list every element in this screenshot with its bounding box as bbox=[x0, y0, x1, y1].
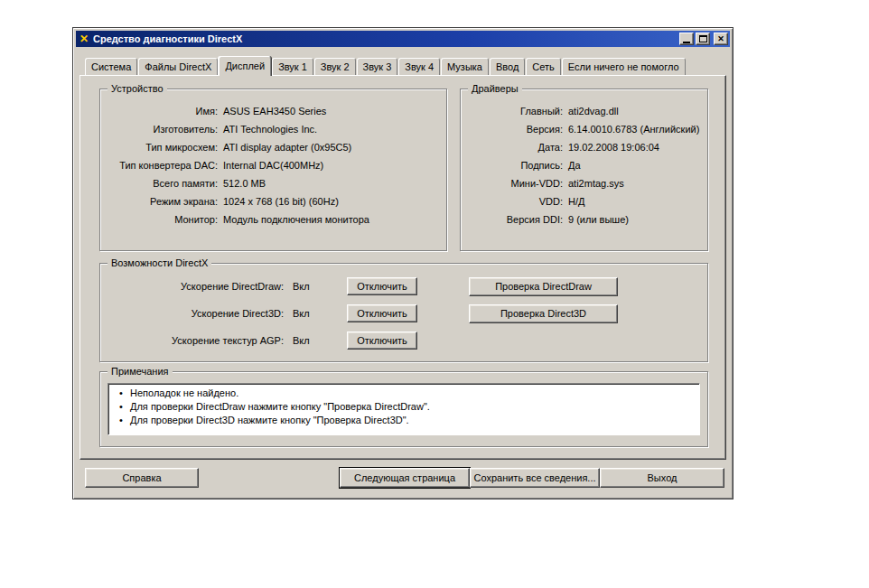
disable-direct3d-button[interactable]: Отключить bbox=[347, 304, 417, 322]
bullet-icon: • bbox=[112, 387, 130, 400]
field-label: Главный: bbox=[468, 106, 563, 117]
feature-row-agp-texture: Ускорение текстур AGP: Вкл Отключить bbox=[107, 327, 700, 354]
feature-status: Вкл bbox=[284, 308, 347, 319]
device-row-dac-type: Тип конвертера DAC: Internal DAC(400MHz) bbox=[107, 156, 439, 174]
notes-list[interactable]: • Неполадок не найдено. • Для проверки D… bbox=[107, 383, 700, 435]
note-item: • Для проверки Direct3D нажмите кнопку "… bbox=[112, 414, 696, 427]
exit-button[interactable]: Выход bbox=[600, 468, 724, 488]
device-row-display-mode: Режим экрана: 1024 x 768 (16 bit) (60Hz) bbox=[107, 192, 439, 210]
window-title: Средство диагностики DirectX bbox=[93, 33, 677, 44]
drivers-group: Драйверы Главный: ati2dvag.dll Версия: 6… bbox=[460, 89, 708, 251]
feature-status: Вкл bbox=[284, 335, 347, 346]
minimize-icon bbox=[683, 42, 690, 43]
tab-sound-2[interactable]: Звук 2 bbox=[314, 58, 356, 75]
feature-row-direct3d: Ускорение Direct3D: Вкл Отключить Провер… bbox=[107, 300, 700, 327]
disable-agp-texture-button[interactable]: Отключить bbox=[347, 331, 417, 350]
field-value: ati2mtag.sys bbox=[568, 178, 624, 189]
feature-label: Ускорение текстур AGP: bbox=[107, 335, 284, 346]
tab-display[interactable]: Дисплей bbox=[219, 56, 271, 76]
tab-sound-3[interactable]: Звук 3 bbox=[357, 58, 398, 75]
field-value: 1024 x 768 (16 bit) (60Hz) bbox=[223, 196, 339, 207]
driver-row-date: Дата: 19.02.2008 19:06:04 bbox=[468, 138, 700, 156]
close-icon: ✕ bbox=[717, 34, 724, 43]
field-value: Internal DAC(400MHz) bbox=[223, 160, 323, 171]
field-value: ASUS EAH3450 Series bbox=[223, 106, 326, 117]
device-row-manufacturer: Изготовитель: ATI Technologies Inc. bbox=[107, 120, 439, 138]
device-row-chip-type: Тип микросхем: ATI display adapter (0x95… bbox=[107, 138, 439, 156]
tab-system[interactable]: Система bbox=[85, 58, 137, 75]
device-group: Устройство Имя: ASUS EAH3450 Series Изго… bbox=[99, 89, 447, 251]
tab-sound-4[interactable]: Звук 4 bbox=[398, 58, 440, 75]
field-label: Подпись: bbox=[468, 160, 563, 171]
notes-group: Примечания • Неполадок не найдено. • Для… bbox=[99, 371, 708, 447]
help-button[interactable]: Справка bbox=[85, 468, 199, 488]
note-text: Для проверки DirectDraw нажмите кнопку "… bbox=[130, 400, 430, 414]
feature-row-directdraw: Ускорение DirectDraw: Вкл Отключить Пров… bbox=[107, 273, 700, 300]
field-value: ati2dvag.dll bbox=[568, 106, 619, 117]
note-text: Неполадок не найдено. bbox=[130, 387, 238, 400]
device-group-title: Устройство bbox=[107, 82, 167, 95]
dialog-footer: Справка Следующая страница Сохранить все… bbox=[85, 468, 724, 488]
close-button[interactable]: ✕ bbox=[714, 33, 728, 45]
bullet-icon: • bbox=[112, 414, 130, 427]
notes-group-title: Примечания bbox=[107, 365, 173, 378]
field-label: Монитор: bbox=[107, 214, 218, 225]
driver-row-version: Версия: 6.14.0010.6783 (Английский) bbox=[468, 120, 700, 138]
feature-label: Ускорение Direct3D: bbox=[107, 308, 284, 319]
field-value: ATI Technologies Inc. bbox=[223, 124, 317, 135]
device-row-monitor: Монитор: Модуль подключения монитора bbox=[107, 210, 439, 229]
driver-row-ddi-version: Версия DDI: 9 (или выше) bbox=[468, 210, 700, 229]
field-label: Режим экрана: bbox=[107, 196, 218, 207]
field-value: 6.14.0010.6783 (Английский) bbox=[568, 124, 699, 135]
title-bar[interactable]: ✕ Средство диагностики DirectX ✕ bbox=[76, 31, 730, 47]
tab-more-help[interactable]: Если ничего не помогло bbox=[562, 58, 686, 75]
directx-features-group: Возможности DirectX Ускорение DirectDraw… bbox=[99, 263, 708, 362]
field-value: 19.02.2008 19:06:04 bbox=[568, 142, 659, 153]
display-tab-panel: Устройство Имя: ASUS EAH3450 Series Изго… bbox=[79, 75, 726, 460]
maximize-button[interactable] bbox=[696, 33, 710, 45]
field-value: Модуль подключения монитора bbox=[223, 214, 369, 225]
next-page-button[interactable]: Следующая страница bbox=[340, 468, 470, 488]
dxdiag-window: ✕ Средство диагностики DirectX ✕ Система… bbox=[72, 27, 734, 499]
device-row-name: Имя: ASUS EAH3450 Series bbox=[107, 102, 439, 120]
field-value: 9 (или выше) bbox=[568, 214, 629, 225]
features-group-title: Возможности DirectX bbox=[107, 257, 211, 269]
test-directdraw-button[interactable]: Проверка DirectDraw bbox=[469, 277, 618, 296]
field-label: Версия: bbox=[468, 124, 563, 135]
tab-music[interactable]: Музыка bbox=[441, 58, 489, 75]
driver-row-mini-vdd: Мини-VDD: ati2mtag.sys bbox=[468, 174, 700, 192]
note-item: • Для проверки DirectDraw нажмите кнопку… bbox=[112, 400, 696, 414]
feature-status: Вкл bbox=[284, 281, 347, 292]
tab-strip: Система Файлы DirectX Дисплей Звук 1 Зву… bbox=[85, 56, 726, 75]
bullet-icon: • bbox=[112, 400, 130, 414]
field-label: Версия DDI: bbox=[468, 214, 563, 225]
field-label: Всего памяти: bbox=[107, 178, 218, 189]
field-label: Тип микросхем: bbox=[107, 142, 218, 153]
tab-directx-files[interactable]: Файлы DirectX bbox=[138, 58, 218, 75]
tab-network[interactable]: Сеть bbox=[526, 58, 560, 75]
maximize-icon bbox=[699, 35, 707, 42]
field-value: Н/Д bbox=[568, 196, 584, 207]
save-all-info-button[interactable]: Сохранить все сведения... bbox=[470, 468, 600, 488]
device-row-memory: Всего памяти: 512.0 MB bbox=[107, 174, 439, 192]
feature-label: Ускорение DirectDraw: bbox=[107, 281, 284, 292]
field-label: Тип конвертера DAC: bbox=[107, 160, 218, 171]
minimize-button[interactable] bbox=[679, 33, 694, 45]
field-label: Изготовитель: bbox=[107, 124, 218, 135]
note-item: • Неполадок не найдено. bbox=[112, 387, 696, 400]
note-text: Для проверки Direct3D нажмите кнопку "Пр… bbox=[130, 414, 409, 427]
desktop-background: ✕ Средство диагностики DirectX ✕ Система… bbox=[0, 0, 869, 588]
test-direct3d-button[interactable]: Проверка Direct3D bbox=[469, 304, 618, 323]
field-value: ATI display adapter (0x95C5) bbox=[223, 142, 351, 153]
field-label: Мини-VDD: bbox=[468, 178, 563, 189]
field-value: 512.0 MB bbox=[223, 178, 266, 189]
driver-row-vdd: VDD: Н/Д bbox=[468, 192, 700, 210]
field-label: VDD: bbox=[468, 196, 563, 207]
drivers-group-title: Драйверы bbox=[468, 82, 522, 95]
field-value: Да bbox=[568, 160, 581, 171]
tab-input[interactable]: Ввод bbox=[490, 58, 525, 75]
directx-app-icon: ✕ bbox=[78, 33, 90, 45]
disable-directdraw-button[interactable]: Отключить bbox=[347, 277, 417, 295]
tab-sound-1[interactable]: Звук 1 bbox=[272, 58, 313, 75]
driver-row-main: Главный: ati2dvag.dll bbox=[468, 102, 700, 120]
